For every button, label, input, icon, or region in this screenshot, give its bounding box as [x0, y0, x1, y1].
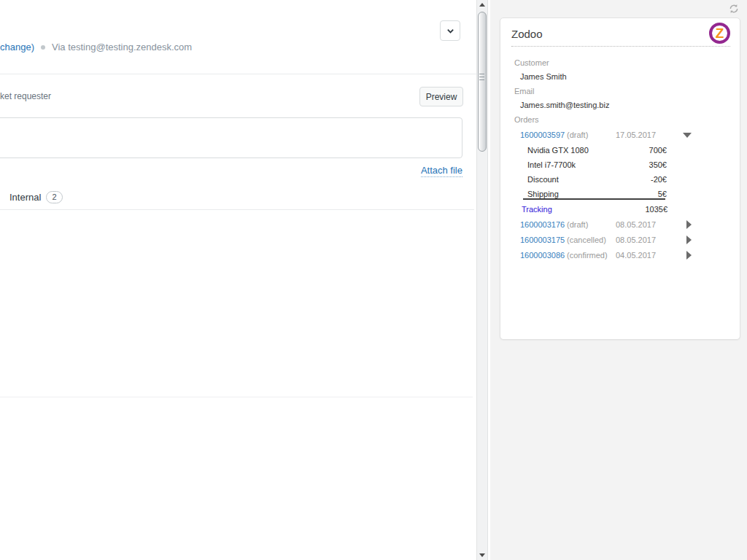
attach-row: Attach file — [292, 163, 462, 176]
section-divider — [0, 397, 473, 397]
order-item-price: 700€ — [649, 146, 667, 155]
email-value: James.smith@testing.biz — [520, 101, 609, 109]
header-divider — [0, 74, 481, 74]
order-number-link[interactable]: 1600003597 — [520, 131, 565, 139]
order-date: 17.05.2017 — [616, 131, 656, 139]
zodoo-logo-icon: Z — [709, 23, 730, 44]
tracking-link[interactable]: Tracking — [522, 205, 552, 214]
caret-down-icon[interactable] — [683, 133, 692, 138]
order-number-link[interactable]: 1600003175 — [520, 236, 565, 244]
app-title: Zodoo — [511, 28, 543, 40]
card-header-divider — [511, 46, 730, 47]
order-item-name: Intel i7-7700k — [527, 160, 576, 169]
main-scrollbar[interactable] — [476, 0, 488, 560]
order-total-divider — [523, 198, 665, 200]
ticket-meta-row: change) Via testing@testing.zendesk.com — [0, 42, 192, 52]
attach-file-link[interactable]: Attach file — [421, 165, 462, 177]
order-status: (draft) — [567, 220, 588, 229]
dot-separator-icon — [41, 45, 45, 50]
order-status: (draft) — [567, 131, 588, 139]
order-total-value: 1035€ — [645, 205, 667, 214]
tab-internal[interactable]: Internal 2 — [9, 191, 63, 203]
internal-count-badge: 2 — [46, 191, 62, 203]
caret-right-icon[interactable] — [686, 220, 692, 229]
order-date: 08.05.2017 — [616, 220, 656, 229]
order-item-price: -20€ — [651, 175, 667, 184]
refresh-apps-button[interactable] — [729, 4, 740, 15]
order-item-name: Nvidia GTX 1080 — [527, 146, 589, 155]
scrollbar-thumb[interactable] — [478, 12, 487, 152]
change-link[interactable]: change) — [0, 42, 34, 52]
order-status: (confirmed) — [567, 251, 608, 260]
order-item-price: 350€ — [649, 160, 667, 169]
order-number-link[interactable]: 1600003086 — [520, 251, 565, 260]
comment-input[interactable] — [0, 117, 462, 158]
caret-right-icon[interactable] — [686, 236, 692, 244]
orders-label: Orders — [514, 115, 539, 124]
order-status: (cancelled) — [567, 236, 606, 244]
email-label: Email — [514, 87, 535, 96]
order-item-name: Discount — [527, 175, 559, 184]
tab-divider — [0, 209, 474, 210]
collapse-conversation-button[interactable] — [440, 20, 460, 41]
internal-tab-label: Internal — [9, 192, 41, 203]
logo-letter: Z — [709, 23, 730, 44]
scrollbar-up-arrow-icon[interactable] — [479, 3, 485, 7]
customer-label: Customer — [514, 58, 549, 67]
apps-sidebar: Zodoo Z Customer James Smith Email James… — [490, 0, 747, 560]
preview-button[interactable]: Preview — [419, 87, 463, 106]
scrollbar-grip-icon — [479, 74, 484, 81]
zodoo-app-card: Zodoo Z Customer James Smith Email James… — [500, 18, 740, 340]
chevron-down-icon — [446, 24, 454, 37]
caret-right-icon[interactable] — [686, 251, 692, 260]
order-number-link[interactable]: 1600003176 — [520, 220, 565, 229]
order-date: 08.05.2017 — [616, 236, 656, 244]
order-date: 04.05.2017 — [616, 251, 656, 260]
app-screen: change) Via testing@testing.zendesk.com … — [0, 0, 747, 560]
scrollbar-down-arrow-icon[interactable] — [479, 553, 485, 557]
refresh-icon — [729, 4, 739, 16]
via-channel-text: Via testing@testing.zendesk.com — [52, 42, 192, 52]
ticket-requester-label: ket requester — [0, 91, 51, 101]
ticket-main-pane: change) Via testing@testing.zendesk.com … — [0, 0, 490, 560]
order-item-price: 5€ — [658, 190, 667, 198]
customer-name: James Smith — [520, 72, 567, 81]
order-item-name: Shipping — [527, 190, 559, 198]
